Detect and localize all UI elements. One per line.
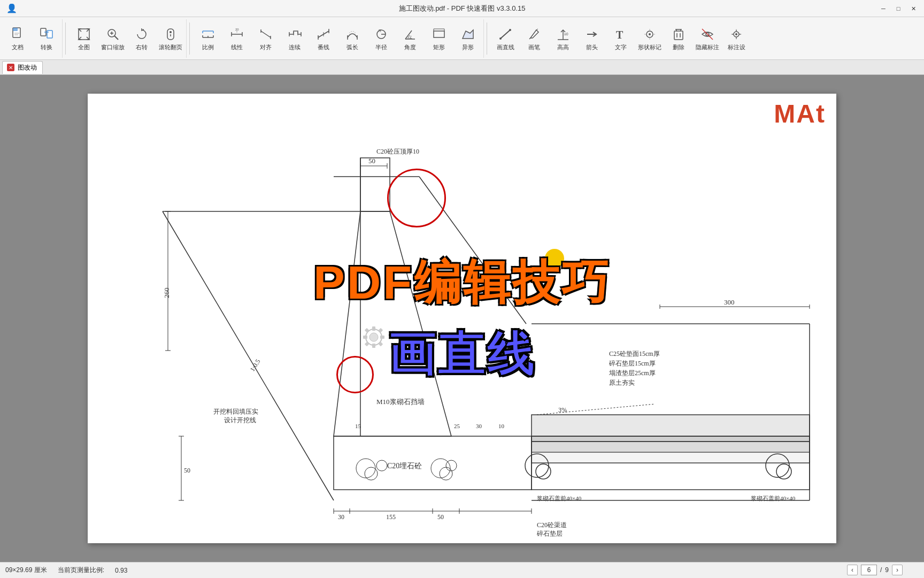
svg-rect-45 <box>434 31 444 37</box>
svg-text:C20砼渠道: C20砼渠道 <box>537 521 567 529</box>
svg-point-148 <box>369 333 378 341</box>
svg-text:30: 30 <box>476 423 482 429</box>
svg-text:浆砌石盖前40×40: 浆砌石盖前40×40 <box>751 495 796 501</box>
tool-hide-mark-label: 隐藏标注 <box>696 44 719 51</box>
shape-mark-icon <box>641 26 658 43</box>
tool-draw-line-label: 画直线 <box>497 44 514 51</box>
rect-icon <box>430 26 448 43</box>
arc-length-icon <box>344 26 361 43</box>
tool-arrow[interactable]: 箭头 <box>578 20 606 57</box>
linear-icon: 20 <box>228 26 245 43</box>
prev-page-button[interactable]: ‹ <box>847 565 858 575</box>
tool-linear-label: 线性 <box>231 44 243 51</box>
svg-line-54 <box>536 29 538 30</box>
svg-text:碎石垫层: 碎石垫层 <box>536 530 563 537</box>
tool-window-zoom-label: 窗口缩放 <box>101 44 125 51</box>
svg-text:50: 50 <box>184 467 190 474</box>
svg-text:开挖料回填压实: 开挖料回填压实 <box>213 408 258 415</box>
minimize-button[interactable]: ─ <box>877 2 890 15</box>
tool-arrow-label: 箭头 <box>586 44 598 51</box>
svg-text:塌渣垫层25cm厚: 塌渣垫层25cm厚 <box>609 369 656 377</box>
irregular-icon <box>459 26 476 43</box>
delete-icon <box>670 26 687 43</box>
tool-doc-label: 文档 <box>12 44 24 51</box>
tool-fullview-label: 全图 <box>78 44 90 51</box>
svg-text:50: 50 <box>368 157 375 165</box>
fullview-icon <box>75 26 93 43</box>
scale-label: 当前页测量比例: <box>58 566 104 575</box>
svg-text:±0: ±0 <box>564 32 568 36</box>
current-page[interactable]: 6 <box>861 565 877 575</box>
tab-bar: ✕ 图改动 <box>0 60 924 75</box>
red-circle-2 <box>336 356 374 393</box>
tab-close-button[interactable]: ✕ <box>7 64 14 71</box>
tool-convert[interactable]: 转换 <box>32 20 61 57</box>
red-circle-1 <box>387 169 446 227</box>
tool-series[interactable]: 番线 <box>309 20 338 57</box>
dimensions-label: 09×29.69 厘米 <box>5 566 47 575</box>
svg-text:∠: ∠ <box>409 35 412 39</box>
svg-text:260: 260 <box>163 288 171 299</box>
tool-delete[interactable]: 删除 <box>664 20 693 57</box>
tool-fullview[interactable]: 全图 <box>70 20 98 57</box>
tool-scale[interactable]: 比例 <box>194 20 222 57</box>
tab-label: 图改动 <box>18 63 37 72</box>
tool-shape-mark-label: 形状标记 <box>638 44 661 51</box>
tool-shape-mark[interactable]: 形状标记 <box>635 20 664 57</box>
tool-elevation[interactable]: ±0 高高 <box>549 20 578 57</box>
svg-rect-151 <box>363 336 367 339</box>
tool-irregular[interactable]: 异形 <box>453 20 482 57</box>
pen-icon <box>526 26 543 43</box>
tool-scroll[interactable]: 滚轮翻页 <box>156 20 185 57</box>
tool-window-zoom[interactable]: 窗口缩放 <box>98 20 127 57</box>
tool-scroll-label: 滚轮翻页 <box>159 44 182 51</box>
tool-arc-length[interactable]: 弧长 <box>338 20 367 57</box>
toolbar-group-measure: 比例 20 线性 对齐 <box>192 19 484 58</box>
tool-delete-label: 删除 <box>673 44 684 51</box>
doc-icon <box>9 26 26 43</box>
tool-hide-mark[interactable]: 隐藏标注 <box>693 20 722 57</box>
close-button[interactable]: ✕ <box>907 2 920 15</box>
total-pages: 9 <box>885 566 889 574</box>
tool-arc-length-label: 弧长 <box>346 44 358 51</box>
tool-radius[interactable]: R 半径 <box>367 20 396 57</box>
tool-angle[interactable]: ∠ 角度 <box>396 20 425 57</box>
main-content: 50 C20砼压顶厚10 260 30 155 50 C20埋石砼 <box>0 75 924 562</box>
tool-text[interactable]: T 文字 <box>606 20 635 57</box>
next-page-button[interactable]: › <box>892 565 903 575</box>
tool-rotate[interactable]: 右转 <box>127 20 156 57</box>
svg-rect-76 <box>88 94 836 543</box>
page-separator: / <box>880 566 882 574</box>
maximize-button[interactable]: □ <box>892 2 905 15</box>
svg-text:20: 20 <box>235 28 239 31</box>
align-icon <box>257 26 274 43</box>
svg-text:碎石垫层15cm厚: 碎石垫层15cm厚 <box>609 360 656 367</box>
angle-icon: ∠ <box>402 26 419 43</box>
tool-continuous[interactable]: 连续 <box>280 20 309 57</box>
scale-icon <box>199 26 217 43</box>
svg-rect-150 <box>372 344 375 348</box>
tool-align[interactable]: 对齐 <box>251 20 280 57</box>
main-tab[interactable]: ✕ 图改动 <box>2 61 43 74</box>
mark-settings-icon <box>728 26 745 43</box>
tool-rect[interactable]: 矩形 <box>425 20 453 57</box>
tool-pen[interactable]: 画笔 <box>520 20 549 57</box>
svg-text:155: 155 <box>386 513 396 521</box>
arrow-icon <box>583 26 600 43</box>
svg-point-12 <box>170 31 172 33</box>
svg-rect-149 <box>372 326 375 331</box>
convert-icon <box>38 26 55 43</box>
title-bar: 👤 施工图改动.pdf - PDF 快速看图 v3.3.0.15 ─ □ ✕ <box>0 0 924 17</box>
tool-mark-settings[interactable]: 标注设 <box>722 20 751 57</box>
svg-rect-152 <box>380 336 384 339</box>
svg-text:设计开挖线: 设计开挖线 <box>224 416 256 424</box>
svg-text:30: 30 <box>338 513 344 521</box>
tool-draw-line[interactable]: 画直线 <box>491 20 520 57</box>
svg-text:原土夯实: 原土夯实 <box>609 379 635 386</box>
tool-doc[interactable]: 文档 <box>3 20 32 57</box>
rotate-icon <box>133 26 150 43</box>
svg-text:M10浆砌石挡墙: M10浆砌石挡墙 <box>376 398 425 406</box>
svg-line-53 <box>529 38 530 39</box>
overlay-subtitle: 画直线 <box>388 323 536 386</box>
tool-linear[interactable]: 20 线性 <box>222 20 251 57</box>
